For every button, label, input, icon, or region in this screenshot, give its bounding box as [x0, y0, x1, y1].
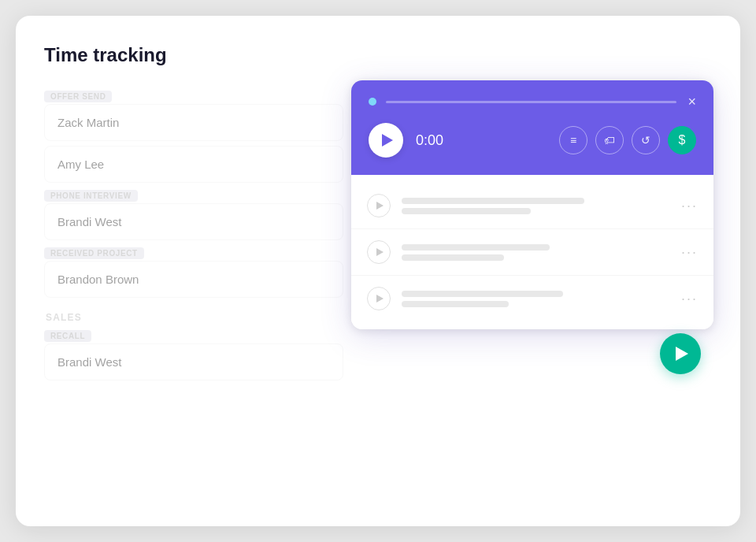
section-sales: SALES RECALL Brandi West — [44, 312, 343, 381]
main-card: Time tracking OFFER SEND Zack Martin Amy… — [16, 16, 740, 526]
left-list: OFFER SEND Zack Martin Amy Lee PHONE INT… — [44, 88, 343, 385]
history-action-button[interactable]: ↺ — [632, 126, 660, 154]
tag-icon: 🏷 — [604, 134, 615, 147]
track-item-2: ··· — [351, 229, 713, 276]
track-item-3: ··· — [351, 276, 713, 321]
track-play-icon-1 — [376, 202, 384, 210]
list-icon: ≡ — [570, 134, 576, 147]
track-more-button-3[interactable]: ··· — [681, 291, 698, 307]
track-item-1: ··· — [351, 183, 713, 229]
badge-received-project: RECEIVED PROJECT — [44, 247, 144, 259]
search-progress-line — [386, 101, 676, 103]
player-search-bar: × — [369, 95, 696, 109]
section-received-project: RECEIVED PROJECT Brandon Brown — [44, 245, 343, 298]
track-line-2a — [402, 244, 550, 251]
sales-section-label: SALES — [46, 312, 343, 323]
list-item-zack[interactable]: Zack Martin — [44, 104, 343, 141]
track-line-3a — [402, 291, 563, 297]
track-list: ··· ··· — [351, 175, 713, 329]
list-action-button[interactable]: ≡ — [559, 126, 587, 154]
section-phone-interview: PHONE INTERVIEW Brandi West — [44, 187, 343, 240]
audio-player-panel: × 0:00 ≡ 🏷 ↺ — [351, 80, 713, 329]
list-item-amy[interactable]: Amy Lee — [44, 146, 343, 183]
track-line-1a — [402, 198, 584, 204]
page-title: Time tracking — [44, 44, 712, 66]
player-action-buttons: ≡ 🏷 ↺ $ — [559, 126, 696, 154]
player-controls: 0:00 ≡ 🏷 ↺ $ — [369, 123, 696, 158]
badge-phone-interview: PHONE INTERVIEW — [44, 190, 138, 202]
track-play-button-3[interactable] — [367, 287, 391, 310]
list-item-brandon[interactable]: Brandon Brown — [44, 261, 343, 298]
badge-recall: RECALL — [44, 330, 91, 342]
main-play-button[interactable] — [369, 123, 403, 158]
play-icon — [382, 134, 393, 147]
track-info-3 — [402, 291, 670, 307]
track-more-button-1[interactable]: ··· — [681, 198, 698, 214]
search-dot-icon — [369, 98, 376, 106]
track-play-button-1[interactable] — [367, 194, 391, 217]
history-icon: ↺ — [641, 134, 650, 147]
track-more-button-2[interactable]: ··· — [681, 244, 698, 261]
track-play-icon-3 — [376, 295, 384, 303]
track-line-2b — [402, 254, 504, 261]
track-info-2 — [402, 244, 670, 261]
track-line-1b — [402, 208, 531, 214]
section-offer-send: OFFER SEND Zack Martin Amy Lee — [44, 88, 343, 183]
dollar-action-button[interactable]: $ — [668, 126, 696, 154]
player-top: × 0:00 ≡ 🏷 ↺ — [351, 80, 713, 175]
list-item-brandi-sales[interactable]: Brandi West — [44, 343, 343, 381]
badge-offer-send: OFFER SEND — [44, 91, 112, 102]
track-play-icon-2 — [376, 248, 384, 256]
close-button[interactable]: × — [687, 95, 696, 109]
track-info-1 — [402, 198, 670, 214]
content-area: OFFER SEND Zack Martin Amy Lee PHONE INT… — [44, 88, 712, 385]
list-item-brandi[interactable]: Brandi West — [44, 203, 343, 240]
track-line-3b — [402, 301, 509, 307]
tag-action-button[interactable]: 🏷 — [595, 126, 624, 154]
player-time-display: 0:00 — [416, 132, 547, 149]
fab-play-button[interactable] — [660, 333, 701, 374]
fab-play-icon — [676, 347, 688, 361]
dollar-icon: $ — [679, 133, 686, 147]
track-play-button-2[interactable] — [367, 240, 391, 264]
